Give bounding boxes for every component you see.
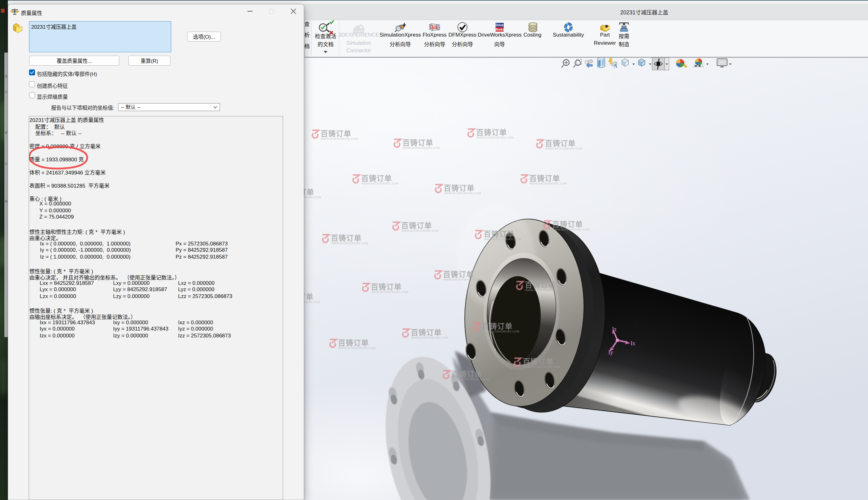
svg-text:百铸订单: 百铸订单 [525, 281, 556, 289]
svg-text:百铸订单: 百铸订单 [552, 220, 583, 229]
svg-text:百铸订单: 百铸订单 [402, 138, 433, 147]
svg-text:WWW.BAIZHUWANG.COM: WWW.BAIZHUWANG.COM [525, 288, 562, 292]
svg-text:Ix: Ix [631, 340, 635, 346]
svg-text:百铸订单: 百铸订单 [338, 339, 369, 347]
svg-text:百铸订单: 百铸订单 [443, 270, 474, 279]
svg-text:百铸订单: 百铸订单 [451, 370, 482, 378]
svg-text:WWW.BAIZHUWANG.COM: WWW.BAIZHUWANG.COM [545, 147, 583, 150]
svg-text:WWW.BAIZHUWANG.COM: WWW.BAIZHUWANG.COM [523, 365, 560, 368]
svg-text:Iy: Iy [608, 349, 613, 355]
svg-text:WWW.BAIZHUWANG.COM: WWW.BAIZHUWANG.COM [477, 136, 514, 139]
svg-text:百铸订单: 百铸订单 [476, 128, 507, 137]
svg-text:WWW.BAIZHUWANG.COM: WWW.BAIZHUWANG.COM [444, 192, 481, 195]
svg-text:百铸订单: 百铸订单 [411, 328, 442, 337]
svg-text:WWW.BAIZHUWANG.COM: WWW.BAIZHUWANG.COM [482, 330, 519, 333]
svg-text:百铸订单: 百铸订单 [523, 357, 554, 366]
svg-text:WWW.BAIZHUWANG.COM: WWW.BAIZHUWANG.COM [411, 336, 448, 339]
svg-text:A: A [614, 63, 618, 68]
svg-text:百铸订单: 百铸订单 [361, 174, 392, 183]
svg-text:Works: Works [495, 28, 505, 31]
svg-text:百铸订单: 百铸订单 [444, 184, 474, 192]
svg-text:WWW.BAIZHUWANG.COM: WWW.BAIZHUWANG.COM [362, 182, 399, 185]
svg-text:百铸订单: 百铸订单 [371, 283, 402, 291]
svg-text:WWW.BAIZHUWANG.COM: WWW.BAIZHUWANG.COM [338, 346, 376, 350]
svg-text:百铸订单: 百铸订单 [484, 230, 515, 238]
svg-text:百铸订单: 百铸订单 [545, 139, 576, 148]
svg-text:百铸订单: 百铸订单 [320, 129, 352, 138]
svg-text:Iz: Iz [612, 326, 617, 332]
svg-text:Drive: Drive [495, 23, 503, 27]
svg-text:百铸订单: 百铸订单 [482, 322, 513, 330]
svg-text:百铸订单: 百铸订单 [401, 221, 432, 230]
svg-text:WWW.BAIZHUWANG.COM: WWW.BAIZHUWANG.COM [552, 228, 590, 231]
svg-text:WWW.BAIZHUWANG.COM: WWW.BAIZHUWANG.COM [401, 229, 439, 232]
svg-text:WWW.BAIZHUWANG.COM: WWW.BAIZHUWANG.COM [403, 146, 440, 149]
svg-text:WWW.BAIZHUWANG.COM: WWW.BAIZHUWANG.COM [331, 242, 368, 245]
svg-text:百铸订单: 百铸订单 [529, 174, 560, 183]
svg-text:百铸订单: 百铸订单 [331, 234, 362, 242]
svg-text:WWW.BAIZHUWANG.COM: WWW.BAIZHUWANG.COM [452, 378, 489, 381]
svg-text:WWW.BAIZHUWANG.COM: WWW.BAIZHUWANG.COM [371, 291, 408, 294]
svg-text:WWW.BAIZHUWANG.COM: WWW.BAIZHUWANG.COM [321, 137, 358, 140]
svg-text:WWW.BAIZHUWANG.COM: WWW.BAIZHUWANG.COM [530, 182, 567, 185]
svg-text:WWW.BAIZHUWANG.COM: WWW.BAIZHUWANG.COM [443, 278, 481, 281]
svg-text:WWW.BAIZHUWANG.COM: WWW.BAIZHUWANG.COM [484, 238, 521, 241]
